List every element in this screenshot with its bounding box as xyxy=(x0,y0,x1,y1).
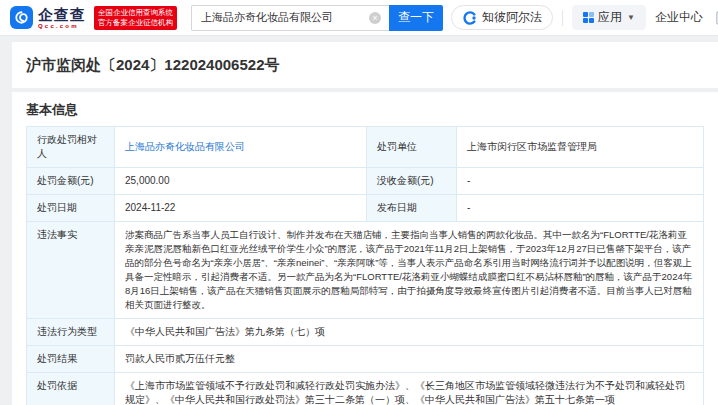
qcc-logo-domain: Qcc.com xyxy=(38,23,86,29)
label-penalty-date: 处罚日期 xyxy=(27,195,115,222)
value-violation-type: 《中华人民共和国广告法》第九条第（七）项 xyxy=(115,319,703,346)
label-illegal-facts: 违法事实 xyxy=(27,222,115,319)
value-penalty-basis: 《上海市市场监管领域不予行政处罚和减轻行政处罚实施办法》、《长三角地区市场监管领… xyxy=(115,373,703,405)
label-penalty-subject: 行政处罚相对人 xyxy=(27,127,115,168)
penalty-document-title: 沪市监闵处〔2024〕122024006522号 xyxy=(26,56,279,75)
qcc-logo-icon xyxy=(10,6,33,29)
label-publish-date: 发布日期 xyxy=(367,195,457,222)
section-title-basic-info: 基本信息 xyxy=(26,101,704,119)
value-illegal-facts: 涉案商品广告系当事人员工自行设计、制作并发布在天猫店铺，主要指向当事人销售的两款… xyxy=(115,222,703,319)
apps-label: 应用 xyxy=(598,9,622,26)
clear-search-icon[interactable]: × xyxy=(369,12,381,24)
badge-line-2: 官方备案企业征信机构 xyxy=(98,18,173,28)
value-penalty-subject: 上海品亦奇化妆品有限公司 xyxy=(115,127,367,168)
header-right-actions: 知彼阿尔法 应用 ▼ 企业中心 ♛ SVIP 会员服务 xyxy=(451,5,718,30)
value-penalty-date: 2024-11-22 xyxy=(115,195,367,222)
apps-grid-icon xyxy=(583,12,594,23)
value-penalty-unit: 上海市闵行区市场监督管理局 xyxy=(457,127,703,168)
search-bar: × 查一下 xyxy=(191,5,443,31)
chevron-down-icon: ▼ xyxy=(627,13,635,22)
apps-menu-button[interactable]: 应用 ▼ xyxy=(572,5,646,30)
label-penalty-result: 处罚结果 xyxy=(27,346,115,373)
basic-info-card: 基本信息 行政处罚相对人 上海品亦奇化妆品有限公司 处罚单位 上海市闵行区市场监… xyxy=(12,92,718,405)
enterprise-center-link[interactable]: 企业中心 xyxy=(655,9,703,26)
divider xyxy=(562,10,563,26)
badge-line-1: 全国企业信用查询系统 xyxy=(98,8,173,18)
value-publish-date: - xyxy=(457,195,703,222)
search-button[interactable]: 查一下 xyxy=(389,5,443,31)
label-fine-amount: 处罚金额(元) xyxy=(27,168,115,195)
search-input[interactable] xyxy=(191,5,389,31)
value-fine-amount: 25,000.00 xyxy=(115,168,367,195)
value-penalty-result: 罚款人民币贰万伍仟元整 xyxy=(115,346,703,373)
label-confiscation-amount: 没收金额(元) xyxy=(367,168,457,195)
label-penalty-unit: 处罚单位 xyxy=(367,127,457,168)
penalty-document-card: 沪市监闵处〔2024〕122024006522号 xyxy=(12,42,718,88)
company-link[interactable]: 上海品亦奇化妆品有限公司 xyxy=(125,140,245,154)
zhibi-alpha-button[interactable]: 知彼阿尔法 xyxy=(451,5,553,30)
qcc-logo[interactable]: 企查查 Qcc.com xyxy=(10,6,86,29)
zhibi-alpha-icon xyxy=(462,10,478,26)
qcc-logo-text: 企查查 xyxy=(38,7,86,22)
zhibi-alpha-label: 知彼阿尔法 xyxy=(482,9,542,26)
label-penalty-basis: 处罚依据 xyxy=(27,373,115,405)
official-credit-badge: 全国企业信用查询系统 官方备案企业征信机构 xyxy=(94,6,177,30)
penalty-info-table: 行政处罚相对人 上海品亦奇化妆品有限公司 处罚单位 上海市闵行区市场监督管理局 … xyxy=(26,126,704,405)
value-confiscation-amount: - xyxy=(457,168,703,195)
top-navigation-bar: 企查查 Qcc.com 全国企业信用查询系统 官方备案企业征信机构 × 查一下 … xyxy=(0,0,718,36)
mobile-app-icon[interactable] xyxy=(712,10,718,26)
label-violation-type: 违法行为类型 xyxy=(27,319,115,346)
